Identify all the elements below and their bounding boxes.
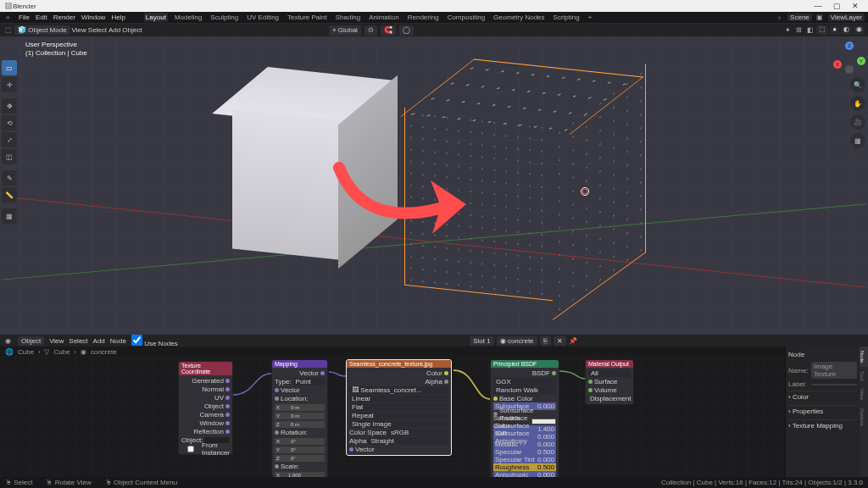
- nav-gizmo[interactable]: Z Y X: [833, 42, 865, 74]
- pan-button[interactable]: ✋: [850, 96, 865, 111]
- editor-type-icon[interactable]: ⬚: [3, 25, 13, 35]
- status-stats: Collection | Cube | Verts:16 | Faces:12 …: [661, 479, 863, 486]
- menu-window[interactable]: Window: [81, 14, 105, 21]
- shading-matprev-icon[interactable]: ◐: [841, 25, 852, 35]
- tab-options[interactable]: Options: [860, 404, 868, 430]
- bsdf-subsurface-anisotropy[interactable]: Subsurface Anisotropy0.000: [493, 433, 556, 441]
- tab-comp[interactable]: Compositing: [446, 13, 487, 22]
- hdr-select[interactable]: Select: [88, 26, 107, 34]
- pin-icon[interactable]: 📌: [569, 336, 578, 346]
- tab-node[interactable]: Node: [860, 347, 868, 367]
- panel-texmapping[interactable]: Texture Mapping: [793, 422, 843, 430]
- gizmo-toggle-icon[interactable]: ✦: [783, 25, 793, 35]
- tab-script[interactable]: Scripting: [552, 13, 581, 22]
- scene-icon: ⬨: [775, 13, 784, 22]
- tool-select-box[interactable]: ▭: [2, 60, 17, 75]
- material-selector[interactable]: ◉ concrete: [497, 336, 537, 346]
- editor-type-icon[interactable]: ◉: [3, 336, 13, 346]
- zoom-button[interactable]: 🔍: [850, 77, 865, 92]
- material-new-icon[interactable]: ⎘: [540, 336, 551, 346]
- status-select: 🖱 Select: [5, 479, 32, 486]
- scene-selector[interactable]: Scene: [787, 14, 812, 21]
- bsdf-base-color: Base Color: [493, 395, 556, 402]
- proportional-toggle[interactable]: ◯: [399, 25, 414, 36]
- menu-edit[interactable]: Edit: [36, 14, 47, 21]
- tab-shading[interactable]: Shading: [334, 13, 362, 22]
- shading-wire-icon[interactable]: ⬚: [816, 25, 828, 35]
- minimize-button[interactable]: —: [809, 2, 827, 10]
- orientation-selector[interactable]: ⌖ Global: [329, 25, 361, 36]
- tool-addcube[interactable]: ▦: [2, 208, 17, 224]
- material-unlink-icon[interactable]: ✕: [554, 336, 566, 346]
- maximize-button[interactable]: ▢: [827, 2, 846, 10]
- panel-color[interactable]: Color: [793, 393, 809, 401]
- shading-render-icon[interactable]: ◉: [854, 25, 865, 35]
- xray-icon[interactable]: ◧: [805, 25, 815, 35]
- viewport-header: ⬚ 🧊 Object Mode View Select Add Object ⌖…: [0, 24, 868, 36]
- panel-properties[interactable]: Properties: [793, 408, 823, 415]
- close-button[interactable]: ✕: [846, 2, 865, 10]
- tool-rotate[interactable]: ⟲: [2, 115, 17, 130]
- node-material-output[interactable]: Material Output All Surface Volume Displ…: [585, 359, 634, 405]
- tab-sculpting[interactable]: Sculpting: [209, 13, 240, 22]
- menu-help[interactable]: Help: [111, 14, 125, 21]
- node-mapping[interactable]: Mapping Vector Type:Point Vector Locatio…: [271, 359, 328, 477]
- tab-view[interactable]: View: [860, 385, 868, 404]
- tab-add[interactable]: +: [587, 13, 594, 22]
- bc-material[interactable]: concrete: [91, 348, 117, 356]
- hdr-object[interactable]: Object: [122, 26, 142, 34]
- tab-modeling[interactable]: Modeling: [173, 13, 203, 22]
- overlay-toggle-icon[interactable]: ⊞: [794, 25, 804, 35]
- node-name-field[interactable]: Image Texture: [811, 362, 857, 379]
- viewport-3d[interactable]: Options User Perspective(1) Collection |…: [0, 36, 868, 335]
- node-principled-bsdf[interactable]: Principled BSDF BSDF GGX Random Walk Bas…: [490, 359, 559, 477]
- tool-measure[interactable]: 📏: [2, 187, 17, 202]
- menu-file[interactable]: File: [19, 14, 30, 21]
- toolbar-left: ▭ ✛ ✥ ⟲ ⤢ ◫ ✎ 📏 ▦: [2, 60, 17, 224]
- tool-cursor[interactable]: ✛: [2, 77, 17, 92]
- tool-annotate[interactable]: ✎: [2, 170, 17, 186]
- tool-scale[interactable]: ⤢: [2, 132, 17, 147]
- hdr-view[interactable]: View: [72, 26, 86, 34]
- tab-uv[interactable]: UV Editing: [245, 13, 281, 22]
- bc-world-icon: 🌐: [5, 348, 14, 356]
- shader-type-selector[interactable]: Object: [18, 336, 44, 346]
- bsdf-specular[interactable]: Specular0.500: [493, 448, 556, 456]
- bsdf-roughness[interactable]: Roughness0.500: [493, 463, 556, 471]
- viewlayer-selector[interactable]: ViewLayer: [828, 14, 865, 21]
- node-label-field[interactable]: [811, 384, 857, 385]
- snap-toggle[interactable]: 🧲: [381, 25, 396, 36]
- breadcrumb: 🌐 Cube › ▽ Cube › ◉ concrete: [0, 347, 868, 357]
- tab-layout[interactable]: Layout: [144, 13, 168, 22]
- shading-solid-icon[interactable]: ●: [830, 25, 839, 35]
- menu-render[interactable]: Render: [53, 14, 75, 21]
- window-title: Blender: [13, 3, 809, 10]
- tool-move[interactable]: ✥: [2, 98, 17, 114]
- blender-logo-icon: 🅱: [3, 2, 13, 11]
- pivot-selector[interactable]: ⊙: [364, 25, 377, 36]
- bc-object[interactable]: Cube: [18, 348, 34, 356]
- persp-button[interactable]: ▦: [850, 133, 865, 148]
- bsdf-specular-tint[interactable]: Specular Tint0.000: [493, 456, 556, 463]
- tool-transform[interactable]: ◫: [2, 149, 17, 164]
- bc-mesh[interactable]: Cube: [53, 348, 70, 356]
- ne-add[interactable]: Add: [93, 337, 105, 345]
- tab-texpaint[interactable]: Texture Paint: [286, 13, 329, 22]
- node-texture-coordinate[interactable]: Texture Coordinate Generated Normal UV O…: [178, 361, 233, 455]
- workspace-tabs: Layout Modeling Sculpting UV Editing Tex…: [144, 13, 594, 22]
- use-nodes-checkbox[interactable]: Use Nodes: [131, 335, 178, 347]
- camera-button[interactable]: 🎥: [850, 114, 865, 130]
- ne-node[interactable]: Node: [110, 337, 126, 345]
- tab-geonodes[interactable]: Geometry Nodes: [492, 13, 546, 22]
- mode-selector[interactable]: 🧊 Object Mode: [14, 25, 70, 35]
- slot-selector[interactable]: Slot 1: [470, 336, 493, 346]
- bsdf-metallic[interactable]: Metallic0.000: [493, 441, 556, 448]
- ne-view[interactable]: View: [49, 337, 64, 345]
- ne-select[interactable]: Select: [69, 337, 87, 345]
- tab-anim[interactable]: Animation: [367, 13, 401, 22]
- hdr-add[interactable]: Add: [108, 26, 120, 34]
- tab-render[interactable]: Rendering: [406, 13, 441, 22]
- node-image-texture[interactable]: Seamless_concrete_texture.jpg Color Alph…: [346, 359, 452, 456]
- tab-tool[interactable]: Tool: [860, 367, 868, 385]
- node-canvas[interactable]: Texture Coordinate Generated Normal UV O…: [0, 357, 785, 477]
